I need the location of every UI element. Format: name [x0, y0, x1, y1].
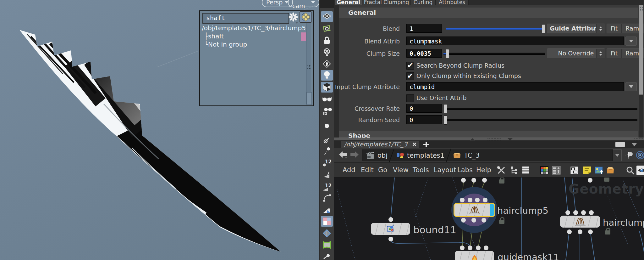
fit-button[interactable]: Fit: [607, 24, 621, 33]
node-input-dot[interactable]: [483, 198, 487, 202]
checkbox-label[interactable]: Search Beyond Clump Radius: [416, 62, 504, 69]
checkbox-label[interactable]: Use Orient Attrib: [416, 94, 467, 101]
group-tree-item-shaft[interactable]: ├shaft: [204, 32, 224, 40]
forward-icon[interactable]: [350, 151, 359, 158]
node-input-dot[interactable]: [475, 198, 480, 202]
menu-layout[interactable]: Layout: [434, 163, 456, 177]
close-icon[interactable]: [412, 142, 416, 146]
node-output-dot[interactable]: [388, 237, 393, 241]
tab-general[interactable]: General: [335, 0, 362, 5]
tab-attributes[interactable]: Attributes: [436, 0, 469, 5]
breadcrumb-templates1[interactable]: templates1: [392, 150, 448, 161]
node-label-bound11[interactable]: bound11: [413, 224, 456, 235]
point-numbers-icon[interactable]: 12: [321, 158, 333, 168]
blend-attrib-dropdown-button[interactable]: [625, 37, 637, 46]
menu-go[interactable]: Go: [378, 163, 387, 177]
palette-icon[interactable]: [540, 166, 549, 175]
profile-curve-icon[interactable]: [321, 192, 333, 203]
input-clump-attribute-field[interactable]: clumpid: [406, 82, 624, 91]
point-marker-icon[interactable]: [321, 252, 333, 260]
prim-numbers-icon[interactable]: 12: [321, 182, 333, 193]
select-objects-icon[interactable]: [321, 23, 333, 34]
blend-slider[interactable]: [446, 28, 543, 30]
menu-labs[interactable]: Labs: [457, 163, 473, 177]
node-hairclump5[interactable]: [454, 203, 495, 217]
group-input[interactable]: shaft: [202, 13, 289, 24]
box-icon[interactable]: [606, 166, 615, 175]
group-tree-root[interactable]: /obj/templates1/TC_3/hairclump5: [202, 24, 306, 32]
gear-icon[interactable]: [288, 12, 299, 25]
node-connector-dot[interactable]: [471, 178, 476, 183]
crossover-rate-slider[interactable]: [446, 108, 637, 110]
clump-size-override-menu[interactable]: No Override: [547, 48, 605, 58]
node-input-dot[interactable]: [468, 246, 472, 250]
tree-view-icon[interactable]: [509, 166, 519, 175]
node-connector-dot[interactable]: [461, 178, 466, 183]
breadcrumb-obj[interactable]: obj: [362, 150, 391, 161]
menu-add[interactable]: Add: [343, 163, 355, 177]
group-list-toggle-button[interactable]: [300, 11, 312, 23]
pin-icon[interactable]: [321, 146, 333, 156]
sphere-dot-icon[interactable]: [321, 121, 333, 131]
node-output-dot[interactable]: [482, 218, 486, 223]
clump-size-field[interactable]: 0.0035: [406, 49, 442, 58]
normal-lighting-icon[interactable]: [321, 70, 333, 81]
use-orient-checkbox[interactable]: [406, 94, 414, 102]
crossover-rate-slider-handle[interactable]: [444, 104, 447, 113]
parameter-scrollbar-thumb[interactable]: [639, 5, 643, 95]
node-bound11[interactable]: [371, 223, 410, 235]
input-clump-dropdown-button[interactable]: [625, 82, 637, 91]
node-input-dot[interactable]: [468, 198, 472, 202]
node-output-dot[interactable]: [471, 218, 476, 223]
random-seed-slider-handle[interactable]: [444, 116, 447, 125]
list-view-icon[interactable]: [521, 166, 531, 175]
tab-curling[interactable]: Curling: [411, 0, 436, 5]
menu-tools[interactable]: Tools: [413, 163, 429, 177]
fit-button[interactable]: Fit: [607, 49, 621, 58]
node-input-dot[interactable]: [589, 210, 594, 215]
menu-edit[interactable]: Edit: [361, 163, 374, 177]
random-seed-field[interactable]: 0: [406, 115, 442, 124]
checkbox-label[interactable]: Only Clump within Existing Clumps: [416, 72, 521, 79]
node-output-dot[interactable]: [461, 218, 466, 223]
node-guidemask11[interactable]: [455, 251, 494, 260]
add-image-icon[interactable]: [594, 166, 603, 175]
node-input-dot[interactable]: [581, 210, 586, 215]
point-marker-icon[interactable]: [321, 135, 333, 145]
expand-down-icon[interactable]: [508, 138, 513, 141]
shaded-triangle-icon[interactable]: [321, 205, 333, 216]
network-path-tab[interactable]: /obj/templates1/TC_3: [341, 141, 419, 148]
clump-size-slider[interactable]: [447, 53, 545, 54]
group-scrollbar[interactable]: [306, 23, 311, 104]
diamond-outline-icon[interactable]: [321, 228, 333, 239]
grid-plane-icon[interactable]: [321, 11, 333, 22]
spinner-arrows-icon[interactable]: [596, 24, 605, 33]
shapes-grid-icon[interactable]: [552, 166, 561, 175]
node-output-dot[interactable]: [567, 229, 572, 234]
parameter-scrollbar[interactable]: [639, 5, 643, 138]
smooth-shaded-icon[interactable]: [321, 82, 333, 93]
radial-menu-icon[interactable]: [636, 150, 644, 160]
node-hairclump4[interactable]: [560, 216, 600, 228]
node-output-dot[interactable]: [588, 229, 593, 234]
only-clump-checkbox[interactable]: ✔: [406, 72, 414, 80]
lock-icon[interactable]: [321, 35, 333, 46]
clump-size-slider-handle[interactable]: [446, 49, 449, 58]
menu-help[interactable]: Help: [476, 163, 491, 177]
back-icon[interactable]: [339, 151, 348, 158]
node-input-dot[interactable]: [573, 210, 578, 215]
node-label-hairclump5[interactable]: hairclump5: [497, 205, 548, 216]
uv-overlap-icon[interactable]: [321, 240, 333, 250]
blend-value-field[interactable]: 1: [406, 24, 442, 33]
viewport-3d[interactable]: Persp No cam shaft: [0, 0, 319, 260]
blend-attrib-field[interactable]: clumpmask: [406, 37, 624, 45]
crossover-rate-field[interactable]: 0: [406, 104, 442, 113]
section-header-general[interactable]: General: [339, 8, 638, 18]
node-input-dot[interactable]: [460, 198, 465, 202]
network-graph[interactable]: Geometry: [334, 178, 644, 260]
path-dropdown-button[interactable]: [613, 150, 622, 161]
node-input-dot[interactable]: [484, 246, 488, 250]
expand-up-icon[interactable]: [470, 138, 475, 141]
group-tree-item-not-in-group[interactable]: └Not in group: [204, 41, 247, 48]
headlight-only-icon[interactable]: [321, 59, 333, 69]
